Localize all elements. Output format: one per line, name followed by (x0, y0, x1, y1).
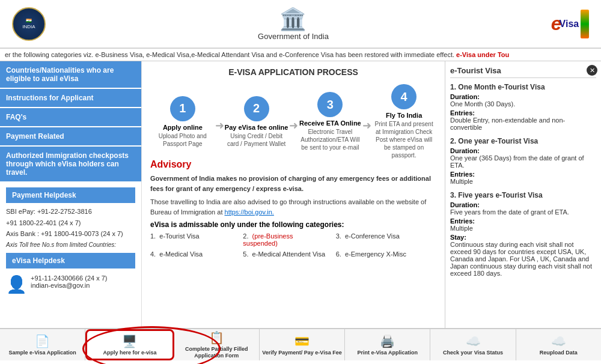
step-3-circle: 3 (317, 92, 343, 117)
main-content: E-VISA APPLICATION PROCESS 1 Apply onlin… (142, 61, 445, 328)
sample-evisa-icon: 📄 (35, 334, 50, 348)
toolbar-verify-payment[interactable]: 💳 Verify Payment/ Pay e-Visa Fee (260, 329, 345, 360)
toolbar-apply-evisa[interactable]: 🖥️ Apply here for e-visa (85, 329, 174, 360)
print-evisa-icon: 🖨️ (380, 334, 395, 348)
step-2-label: Pay eVisa fee online (225, 124, 288, 131)
ashoka-emblem: 🏛️ (258, 7, 329, 32)
reupload-icon: ☁️ (551, 334, 566, 348)
header: 🇮🇳INDIA 🏛️ Government of India e Visa (0, 0, 601, 48)
visa-3-duration: Duration: Five years from the date of gr… (450, 201, 596, 216)
bottom-toolbar: 📄 Sample e-Visa Application 🖥️ Apply her… (0, 328, 601, 360)
evisa-logo: e Visa (541, 10, 589, 38)
step-3: 3 Receive ETA Online Electronic Travel A… (298, 92, 363, 151)
visa-section-1: 1. One Month e-Tourist Visa Duration: On… (450, 83, 596, 131)
toolbar-verify-label: Verify Payment/ Pay e-Visa Fee (262, 350, 341, 356)
cat-2: 2. (pre-Businesssuspended) (243, 232, 334, 247)
helpdesk-content: SBI ePay: +91-22-2752-3816 +91 1800-22-4… (6, 207, 135, 249)
close-button[interactable]: ✕ (587, 65, 597, 76)
advisory-para2: Those travelling to India are also advis… (150, 197, 436, 217)
sidebar: Countries/Nationalities who are eligible… (0, 61, 142, 328)
helpdesk-phone: +91-11-24300666 (24 x 7) (31, 275, 108, 282)
toolbar-status-label: Check your Visa Status (443, 350, 503, 356)
step-4: 4 Fly To India Print ETA and present at … (371, 84, 436, 159)
toolbar-reupload-label: Reupload Data (540, 350, 578, 356)
step-3-label: Receive ETA Online (299, 120, 361, 127)
arrow-3: ➜ (362, 119, 371, 132)
right-panel: e-Tourist Visa ✕ 1. One Month e-Tourist … (445, 61, 601, 328)
sidebar-item-instructions[interactable]: Instructions for Applicant (0, 89, 141, 107)
govt-title: Government of India (258, 32, 329, 41)
marquee-bar: er the following categories viz. e-Busin… (0, 48, 601, 61)
toolbar-partial-label: Complete Partially Filled Application Fo… (175, 346, 258, 359)
visa-2-entries: Entries: Multiple (450, 171, 596, 185)
sidebar-item-countries[interactable]: Countries/Nationalities who are eligible… (0, 61, 141, 88)
axis-info: Axis Bank : +91 1800-419-0073 (24 x 7) (6, 229, 135, 239)
header-center: 🏛️ Government of India (258, 7, 329, 41)
process-steps: 1 Apply online Upload Photo and Passport… (150, 84, 436, 159)
partial-form-icon: 📋 (209, 330, 224, 345)
sbi-toll: +91 1800-22-401 (24 x 7) (6, 218, 135, 228)
check-status-icon: ☁️ (466, 334, 481, 348)
payment-helpdesk: Payment Helpdesk SBI ePay: +91-22-2752-3… (0, 183, 141, 302)
right-panel-title: e-Tourist Visa (450, 66, 596, 78)
advisory-title: Advisory (150, 159, 436, 170)
visa-section-3: 3. Five years e-Tourist Visa Duration: F… (450, 191, 596, 277)
helpdesk-contact: 👤 +91-11-24300666 (24 x 7) indian-evisa@… (6, 272, 135, 297)
visa-section-2-title: 2. One year e-Tourist Visa (450, 137, 596, 145)
contact-info: +91-11-24300666 (24 x 7) indian-evisa@go… (31, 275, 108, 289)
toolbar-sample-label: Sample e-Visa Application (9, 350, 76, 356)
visa-3-stay: Stay: Continuous stay during each visit … (450, 234, 596, 277)
visa-2-duration: Duration: One year (365 Days) from the d… (450, 147, 596, 169)
toolbar-sample-evisa[interactable]: 📄 Sample e-Visa Application (0, 329, 85, 360)
advisory-para1: Government of India makes no provision o… (150, 174, 436, 193)
sbi-info: SBI ePay: +91-22-2752-3816 (6, 207, 135, 217)
step-4-desc: Print ETA and present at Immigration Che… (371, 120, 436, 159)
cat-1: 1. e-Tourist Visa (150, 232, 242, 247)
categories-list: 1. e-Tourist Visa 2. (pre-Businesssuspen… (150, 232, 436, 260)
toolbar-partial-form[interactable]: 📋 Complete Partially Filled Application … (174, 329, 260, 360)
cat-6: 6. e-Emergency X-Misc (336, 250, 427, 258)
step-4-label: Fly To India (386, 112, 422, 119)
toolbar-print-label: Print e-Visa Application (358, 350, 418, 356)
toolbar-apply-label: Apply here for e-visa (103, 350, 156, 356)
axis-toll: Axis Toll free No.s from limited Countri… (6, 240, 135, 249)
visa-section-1-title: 1. One Month e-Tourist Visa (450, 83, 596, 91)
step-2-circle: 2 (244, 96, 269, 121)
cat-3: 3. e-Conference Visa (336, 232, 427, 247)
sidebar-item-payment[interactable]: Payment Related (0, 127, 141, 145)
helpdesk-email: indian-evisa@gov.in (31, 282, 108, 289)
cat-5: 5. e-Medical Attendent Visa (243, 250, 334, 258)
visa-section-3-title: 3. Five years e-Tourist Visa (450, 191, 596, 199)
apply-evisa-icon: 🖥️ (122, 334, 137, 348)
step-2: 2 Pay eVisa fee online Using Credit / De… (224, 96, 289, 148)
step-1-desc: Upload Photo and Passport Page (150, 132, 215, 148)
evisa-helpdesk-title: eVisa Helpdesk (6, 253, 135, 268)
step-2-desc: Using Credit / Debit card / Payment Wall… (224, 132, 289, 148)
toolbar-print-evisa[interactable]: 🖨️ Print e-Visa Application (345, 329, 430, 360)
step-3-desc: Electronic Travel Authorization/ETA Will… (298, 128, 363, 151)
toolbar-reupload[interactable]: ☁️ Reupload Data (516, 329, 601, 360)
visa-1-entries: Entries: Double Entry, non-extendable an… (450, 109, 596, 131)
toolbar-check-status[interactable]: ☁️ Check your Visa Status (430, 329, 516, 360)
visa-3-entries: Entries: Multiple (450, 217, 596, 232)
categories-title: eVisa is admissable only under the follo… (150, 220, 436, 229)
step-1-label: Apply online (163, 124, 203, 131)
arrow-2: ➜ (289, 119, 298, 132)
india-logo: 🇮🇳INDIA (12, 7, 46, 41)
verify-payment-icon: 💳 (294, 334, 310, 348)
sidebar-item-checkposts[interactable]: Authorized Immigration checkposts throug… (0, 147, 141, 181)
evisa-stripe (581, 10, 589, 38)
avatar-icon: 👤 (6, 275, 27, 294)
step-4-circle: 4 (391, 84, 416, 109)
payment-helpdesk-title: Payment Helpdesk (6, 187, 135, 203)
boi-link[interactable]: https://boi.gov.in. (225, 208, 274, 216)
visa-section-2: 2. One year e-Tourist Visa Duration: One… (450, 137, 596, 185)
step-1-circle: 1 (170, 96, 195, 121)
process-title: E-VISA APPLICATION PROCESS (150, 67, 436, 77)
main-layout: Countries/Nationalities who are eligible… (0, 61, 601, 328)
step-1: 1 Apply online Upload Photo and Passport… (150, 96, 215, 148)
visa-1-duration-label: Duration: One Month (30 Days). (450, 93, 596, 108)
sidebar-item-faq[interactable]: FAQ's (0, 108, 141, 126)
cat-4: 4. e-Medical Visa (150, 250, 242, 258)
arrow-1: ➜ (215, 119, 224, 132)
